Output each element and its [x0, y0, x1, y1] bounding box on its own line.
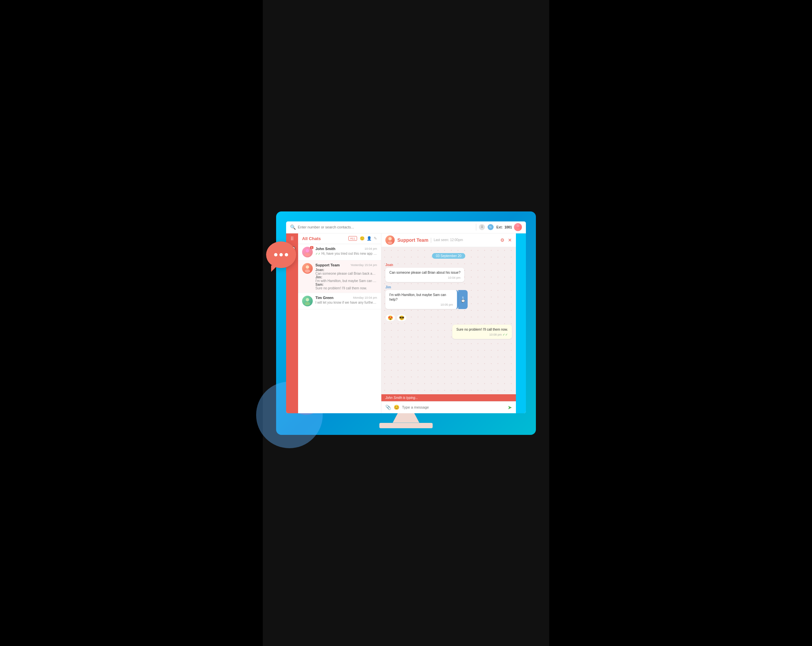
- message-input[interactable]: [402, 405, 505, 409]
- date-badge: 03 September 20: [385, 252, 512, 258]
- sender-name-jim: Jim: [385, 285, 468, 289]
- sidebar-grid-icon[interactable]: ⠿: [290, 236, 294, 241]
- contact-name: Tim Green: [315, 296, 333, 300]
- monitor-stand: [286, 413, 526, 428]
- emoji-icon[interactable]: 😊: [394, 405, 399, 410]
- stand-base: [379, 423, 433, 428]
- chat-header-name: Support Team: [397, 238, 428, 243]
- message-time: 10:04 pm: [364, 247, 377, 250]
- svg-point-6: [306, 298, 309, 302]
- avatar-support-team: [302, 263, 313, 274]
- message-input-area: 📎 😊 ➤: [382, 401, 516, 413]
- avatar-tim-green: [302, 296, 313, 306]
- edit-icon[interactable]: ✎: [374, 236, 377, 241]
- grid-icon[interactable]: ⠿: [479, 224, 485, 230]
- chat-item-support-team[interactable]: Support Team Yesterday 15:04 pm Joan: Ca…: [298, 261, 381, 293]
- dot-1: [274, 253, 278, 256]
- topbar-divider: [476, 224, 476, 230]
- close-icon[interactable]: ✕: [508, 238, 512, 243]
- chat-list-panel: All Chats ALL 🙂 👤 ✎: [298, 233, 382, 413]
- message-bubble-joan: Can someone please call Brian about his …: [385, 268, 464, 282]
- message-time: 10:05 pm: [389, 303, 453, 306]
- message-time: 10:04 pm: [389, 276, 460, 279]
- message-time: Yesterday 15:04 pm: [350, 264, 377, 267]
- reactions-row: 😍 😎: [385, 314, 512, 321]
- main-content: ⠿ 💬 ⚙ All Chats ALL 🙂 👤 ✎: [286, 233, 526, 413]
- message-preview-text: Can someone please call Brian back about…: [315, 272, 377, 276]
- typing-indicator: John Smith is typing...: [382, 394, 516, 401]
- monitor-screen: 🔍 ⠿ ↻ Ext: 1001: [286, 221, 526, 413]
- message-text: Can someone please call Brian about his …: [389, 270, 460, 275]
- settings-icon[interactable]: ⚙: [500, 238, 505, 243]
- attach-icon[interactable]: 📎: [385, 405, 391, 410]
- refresh-icon[interactable]: ↻: [488, 224, 494, 230]
- chat-list-header: All Chats ALL 🙂 👤 ✎: [298, 233, 381, 244]
- chat-item-john-smith[interactable]: 1 John Smith 10:04 pm ✓✓Hi, have you tri…: [298, 244, 381, 261]
- double-check-icon: ✓✓: [315, 252, 321, 255]
- unread-badge: 1: [310, 246, 313, 249]
- ext-label: Ext: 1001: [496, 225, 512, 229]
- read-check-icon: ✓✓: [502, 333, 508, 336]
- chat-bubble-icon: [266, 241, 296, 268]
- message-preview: ✓✓Hi, have you tried out this new app fr…: [315, 252, 377, 255]
- message-bubble-outgoing: Sure no problem! I'll call them now. 10:…: [452, 325, 512, 339]
- stand-neck: [393, 413, 419, 423]
- contact-name: Support Team: [315, 263, 340, 267]
- svg-point-0: [517, 224, 519, 227]
- avatar-john-smith: 1: [302, 247, 313, 257]
- right-panel: [516, 233, 526, 413]
- chat-header: Support Team | Last seen: 12:00pm ⚙ ✕: [382, 233, 516, 247]
- svg-point-1: [516, 228, 520, 231]
- search-input[interactable]: [298, 225, 473, 229]
- message-preview: I will let you know if we have any furth…: [315, 301, 377, 304]
- contact-name: John Smith: [315, 247, 336, 251]
- sender-name-joan: Joan: [385, 263, 464, 267]
- jim-message-container: I'm with Hamilton, but maybe Sam can hel…: [385, 290, 468, 309]
- message-time: Monday 10:04 pm: [353, 296, 377, 299]
- chat-header-actions: ⚙ ✕: [500, 238, 512, 243]
- support-team-info: Support Team Yesterday 15:04 pm Joan: Ca…: [315, 263, 377, 290]
- all-badge[interactable]: ALL: [348, 236, 357, 241]
- user-avatar[interactable]: [514, 223, 522, 231]
- dot-2: [279, 253, 283, 256]
- message-bubble-jim: I'm with Hamilton, but maybe Sam can hel…: [385, 290, 458, 309]
- chat-bubble-dots: [274, 253, 288, 256]
- message-preview-jim-text: I'm with Hamilton, but maybe Sam can hel…: [315, 279, 377, 283]
- reaction-love-icon[interactable]: 😍: [385, 314, 395, 321]
- message-text: I'm with Hamilton, but maybe Sam can hel…: [389, 293, 453, 302]
- svg-point-5: [305, 270, 310, 273]
- svg-point-8: [388, 237, 392, 241]
- message-jim: Jim I'm with Hamilton, but maybe Sam can…: [385, 285, 468, 309]
- tim-green-info: Tim Green Monday 10:04 pm I will let you…: [315, 296, 377, 304]
- svg-point-9: [388, 241, 392, 244]
- svg-point-2: [306, 249, 309, 252]
- messages-area: 03 September 20 Joan Can someone please …: [382, 247, 516, 394]
- message-outgoing: Sure no problem! I'll call them now. 10:…: [452, 325, 512, 339]
- person-icon[interactable]: 👤: [367, 236, 372, 241]
- chat-header-status: Last seen: 12:00pm: [433, 238, 463, 242]
- chat-window: Support Team | Last seen: 12:00pm ⚙ ✕: [382, 233, 516, 413]
- search-icon: 🔍: [290, 224, 296, 230]
- reaction-cool-icon[interactable]: 😎: [397, 314, 407, 321]
- svg-point-7: [305, 302, 310, 305]
- smiley-icon[interactable]: 🙂: [360, 236, 365, 241]
- chat-item-tim-green[interactable]: Tim Green Monday 10:04 pm I will let you…: [298, 293, 381, 309]
- chat-list-header-icons: 🙂 👤 ✎: [360, 236, 377, 241]
- message-preview-joan: Joan:: [315, 268, 377, 272]
- chat-list-title: All Chats: [302, 236, 348, 241]
- reaction-badge: 5 💬: [458, 290, 468, 309]
- send-icon[interactable]: ➤: [508, 404, 512, 411]
- message-preview-jim: Jim:: [315, 276, 377, 279]
- topbar: 🔍 ⠿ ↻ Ext: 1001: [286, 221, 526, 233]
- message-text: Sure no problem! I'll call them now.: [456, 327, 508, 332]
- chat-header-avatar: [385, 235, 395, 245]
- message-preview-sam: Sam:: [315, 283, 377, 286]
- message-time: 10:08 pm ✓✓: [456, 333, 508, 336]
- message-joan: Joan Can someone please call Brian about…: [385, 263, 464, 282]
- john-smith-info: John Smith 10:04 pm ✓✓Hi, have you tried…: [315, 247, 377, 255]
- svg-point-3: [305, 253, 310, 256]
- dot-3: [285, 253, 288, 256]
- svg-point-4: [306, 265, 309, 269]
- monitor: 🔍 ⠿ ↻ Ext: 1001: [276, 212, 536, 435]
- message-preview-sam-text: Sure no problem! I'll call them now.: [315, 286, 377, 290]
